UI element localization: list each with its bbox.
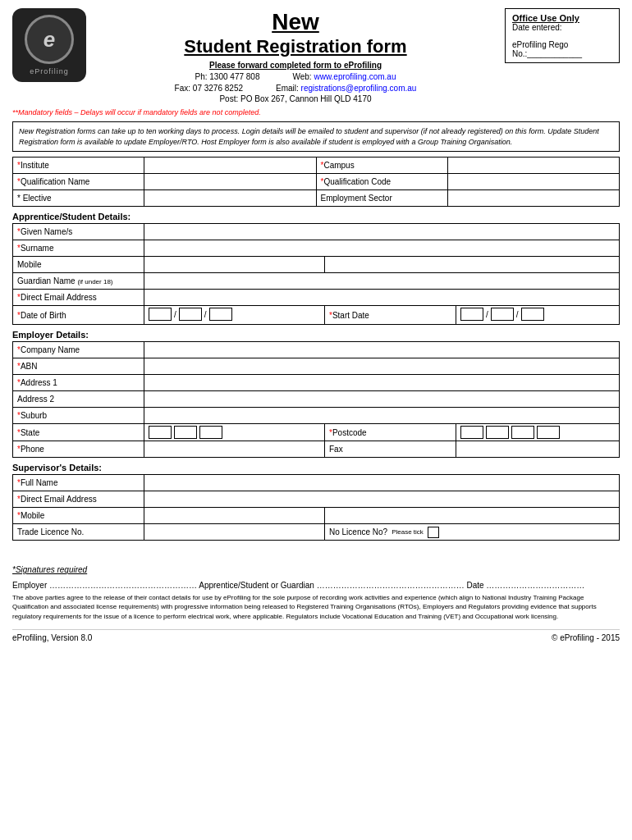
employment-sector-input-cell[interactable]: [447, 190, 620, 207]
footer-sig: *Signatures required Employer ……………………………: [12, 565, 620, 621]
trade-licence-input-cell[interactable]: [144, 524, 325, 541]
postal: Post: PO Box 267, Cannon Hill QLD 4170: [94, 94, 497, 103]
title-block: New Student Registration form Please for…: [86, 8, 505, 103]
web-link[interactable]: www.eprofiling.com.au: [314, 72, 396, 81]
elective-row: * Elective Employment Sector: [13, 190, 620, 207]
phone-fax-row: *Phone Fax: [13, 441, 620, 458]
abn-label: *ABN: [13, 358, 144, 375]
guardian-input-cell[interactable]: [144, 273, 620, 290]
employer-section-header: Employer Details:: [12, 330, 620, 340]
start-date-input-cell[interactable]: / /: [456, 306, 620, 325]
postcode-box1[interactable]: [460, 426, 483, 439]
postcode-label: *Postcode: [325, 424, 456, 441]
qual-name-input-cell[interactable]: [144, 174, 317, 190]
elective-input-cell[interactable]: [144, 190, 317, 207]
dob-startdate-row: *Date of Birth / / *Start Date / /: [13, 306, 620, 325]
sig-required-label: *Signatures required: [12, 565, 620, 574]
no-licence-note: Please tick: [392, 528, 424, 536]
phone-input-cell[interactable]: [144, 441, 325, 458]
mobile-row: Mobile: [13, 257, 620, 273]
office-use-box: Office Use Only Date entered: eProfiling…: [505, 8, 620, 63]
surname-input-cell[interactable]: [144, 240, 620, 257]
direct-email-input-cell[interactable]: [144, 290, 620, 306]
start-year[interactable]: [521, 308, 544, 321]
state-input-cell[interactable]: [144, 424, 325, 441]
sup-mobile-input-cell[interactable]: [144, 508, 325, 524]
email-row: *Direct Email Address: [13, 290, 620, 306]
address2-row: Address 2: [13, 391, 620, 408]
postcode-box2[interactable]: [486, 426, 509, 439]
sig-line: Employer ……………………………………………… Apprentice/S…: [12, 581, 620, 590]
abn-input-cell[interactable]: [144, 358, 620, 375]
sup-fullname-label: *Full Name: [13, 475, 144, 491]
subtitle: Please forward completed form to eProfil…: [94, 61, 497, 70]
company-row: *Company Name: [13, 342, 620, 358]
campus-label: *Campus: [316, 158, 447, 174]
postcode-boxes: [460, 426, 615, 439]
start-month[interactable]: [491, 308, 514, 321]
state-box3[interactable]: [199, 426, 222, 439]
start-day[interactable]: [460, 308, 483, 321]
title-form: Student Registration form: [94, 36, 497, 57]
institute-row: *Institute *Campus: [13, 158, 620, 174]
office-rego-no: No.:____________: [512, 49, 612, 58]
sup-mobile-spacer: [325, 508, 620, 524]
direct-email-label: *Direct Email Address: [13, 290, 144, 306]
trade-licence-row: Trade Licence No. No Licence No? Please …: [13, 524, 620, 541]
phone-label: *Phone: [13, 441, 144, 458]
trade-licence-label: Trade Licence No.: [13, 524, 144, 541]
postcode-box4[interactable]: [537, 426, 560, 439]
version-label: eProfiling, Version 8.0: [12, 633, 92, 642]
company-input-cell[interactable]: [144, 342, 620, 358]
sup-fullname-input-cell[interactable]: [144, 475, 620, 491]
page-footer: eProfiling, Version 8.0 © eProfiling - 2…: [12, 629, 620, 642]
postcode-box3[interactable]: [511, 426, 534, 439]
no-licence-tickbox[interactable]: [428, 527, 439, 538]
given-names-label: *Given Name/s: [13, 224, 144, 240]
address2-input-cell[interactable]: [144, 391, 620, 408]
suburb-input-cell[interactable]: [144, 408, 620, 424]
qual-code-input-cell[interactable]: [447, 174, 620, 190]
given-names-input-cell[interactable]: [144, 224, 620, 240]
suburb-row: *Suburb: [13, 408, 620, 424]
guardian-row: Guardian Name (if under 18): [13, 273, 620, 290]
email: Email: registrations@eprofiling.com.au: [276, 84, 416, 93]
state-boxes: [149, 426, 320, 439]
campus-input-cell[interactable]: [447, 158, 620, 174]
employer-form-table: *Company Name *ABN *Address 1 Address 2 …: [12, 341, 620, 458]
dob-input-cell[interactable]: / /: [144, 306, 325, 325]
state-box1[interactable]: [149, 426, 172, 439]
start-date-group: / /: [460, 308, 544, 321]
qual-name-label: *Qualification Name: [13, 174, 144, 190]
fax: Fax: 07 3276 8252: [175, 84, 243, 93]
dob-month[interactable]: [179, 308, 202, 321]
phone: Ph: 1300 477 808: [195, 72, 260, 81]
mobile-input-cell[interactable]: [144, 257, 325, 273]
no-licence-cell: No Licence No? Please tick: [325, 524, 620, 541]
qual-row: *Qualification Name *Qualification Code: [13, 174, 620, 190]
address1-input-cell[interactable]: [144, 375, 620, 391]
fax-input-cell[interactable]: [456, 441, 620, 458]
given-names-row: *Given Name/s: [13, 224, 620, 240]
mobile-spacer: [325, 257, 620, 273]
web: Web: www.eprofiling.com.au: [292, 72, 396, 81]
address2-label: Address 2: [13, 391, 144, 408]
fine-print: The above parties agree to the release o…: [12, 593, 620, 621]
fax-label: Fax: [325, 441, 456, 458]
mandatory-note: **Mandatory fields – Delays will occur i…: [12, 108, 620, 116]
institute-input-cell[interactable]: [144, 158, 317, 174]
dob-date-group: / /: [149, 308, 232, 321]
postcode-input-cell[interactable]: [456, 424, 620, 441]
sup-email-row: *Direct Email Address: [13, 491, 620, 508]
sup-email-input-cell[interactable]: [144, 491, 620, 508]
dob-year[interactable]: [209, 308, 232, 321]
contact-row: Ph: 1300 477 808 Web: www.eprofiling.com…: [94, 72, 497, 81]
state-box2[interactable]: [174, 426, 197, 439]
dob-day[interactable]: [149, 308, 172, 321]
no-licence-label: No Licence No?: [329, 527, 387, 536]
employment-sector-label: Employment Sector: [316, 190, 447, 207]
office-use-title: Office Use Only: [512, 13, 612, 23]
no-licence-group: No Licence No? Please tick: [329, 527, 615, 538]
email-link[interactable]: registrations@eprofiling.com.au: [301, 84, 417, 93]
office-rego-label: eProfiling Rego: [512, 40, 612, 49]
